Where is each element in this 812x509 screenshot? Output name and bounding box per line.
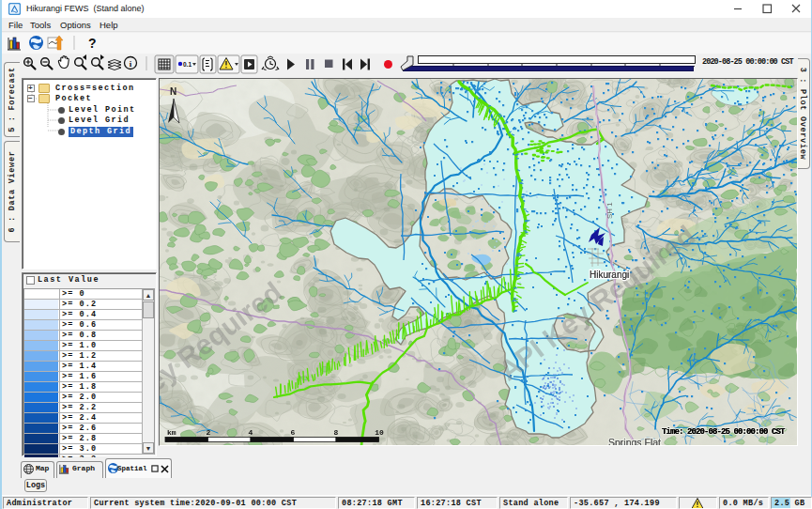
svg-text:6: 6 bbox=[291, 428, 296, 437]
svg-text:8: 8 bbox=[334, 428, 339, 437]
svg-text:Hikurangi: Hikurangi bbox=[590, 270, 629, 280]
svg-text:SH 1: SH 1 bbox=[605, 202, 614, 219]
svg-text:4: 4 bbox=[249, 428, 253, 437]
svg-text:?: ? bbox=[88, 36, 97, 51]
svg-text:Time: 2020-08-25 00:00:00 CST: Time: 2020-08-25 00:00:00 CST bbox=[662, 427, 786, 437]
svg-text:N: N bbox=[170, 86, 176, 97]
svg-text:km: km bbox=[167, 428, 176, 437]
svg-text:Springs Flat: Springs Flat bbox=[608, 437, 661, 446]
svg-text:0.1: 0.1 bbox=[183, 61, 192, 68]
svg-text:2: 2 bbox=[207, 428, 211, 437]
svg-text:i: i bbox=[130, 59, 132, 69]
svg-text:10: 10 bbox=[375, 428, 384, 437]
